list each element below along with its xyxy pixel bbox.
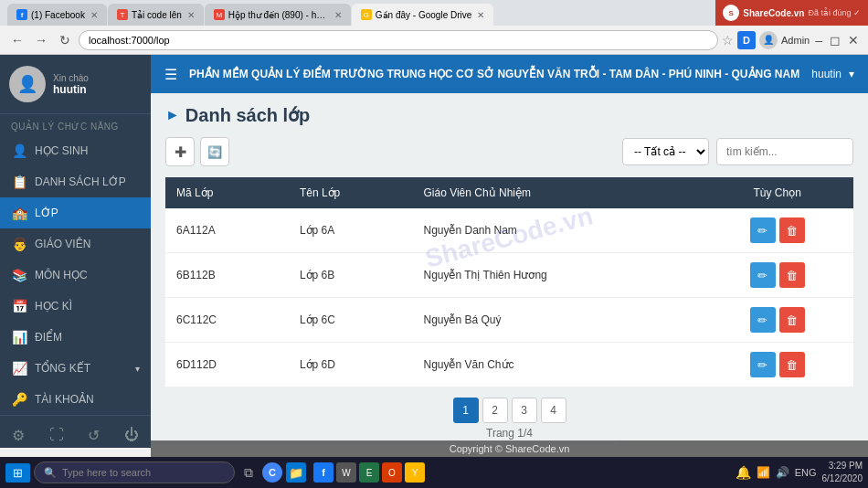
tab-close-icon[interactable]: ✕ bbox=[90, 10, 98, 20]
sidebar-item-lop[interactable]: 🏫 LỚP bbox=[0, 197, 151, 228]
cell-actions: ✏ 🗑 bbox=[701, 253, 853, 298]
top-header: ☰ PHẦN MỀM QUẢN LÝ ĐIỂM TRƯỜNG TRUNG HỌC… bbox=[151, 55, 868, 93]
cell-malop: 6A112A bbox=[165, 208, 289, 253]
back-button[interactable]: ← bbox=[7, 30, 27, 50]
tab-facebook[interactable]: f (1) Facebook ✕ bbox=[7, 4, 107, 26]
forward-button[interactable]: → bbox=[31, 30, 51, 50]
taskbar-clock: 3:29 PM 6/12/2020 bbox=[822, 460, 863, 485]
cell-actions: ✏ 🗑 bbox=[701, 343, 853, 387]
tab-close-icon[interactable]: ✕ bbox=[187, 10, 195, 20]
sidebar-item-giaovien[interactable]: 👨 GIÁO VIÊN bbox=[0, 228, 151, 260]
student-icon: 👤 bbox=[11, 143, 27, 158]
taskbar-search-box[interactable]: 🔍 Type here to search bbox=[34, 461, 235, 483]
edit-button[interactable]: ✏ bbox=[750, 262, 776, 288]
power-icon[interactable]: ⏻ bbox=[117, 423, 146, 448]
class-table: Mã Lớp Tên Lớp Giáo Viên Chủ Nhiệm Tùy C… bbox=[165, 177, 853, 387]
taskbar-app-2[interactable]: W bbox=[336, 462, 356, 483]
sidebar-item-taikhoan[interactable]: 🔑 TÀI KHOẢN bbox=[0, 384, 151, 415]
username-text: huutin bbox=[53, 83, 89, 96]
header-user-area: huutin ▾ bbox=[811, 68, 854, 80]
settings-icon[interactable]: ⚙ bbox=[5, 423, 32, 448]
sidebar-item-label: GIÁO VIÊN bbox=[35, 238, 90, 250]
taskbar-notification-icon[interactable]: 🔔 bbox=[736, 465, 751, 480]
taskbar-volume-icon: 🔊 bbox=[776, 466, 789, 479]
sidebar-item-diem[interactable]: 📊 ĐIỂM bbox=[0, 322, 151, 353]
tab-close-icon[interactable]: ✕ bbox=[477, 10, 484, 20]
page-button[interactable]: 2 bbox=[482, 398, 508, 423]
header-dropdown-icon[interactable]: ▾ bbox=[849, 68, 854, 80]
sharecode-label: ShareCode.vn bbox=[743, 8, 804, 18]
sidebar-item-label: TỔNG KẾT bbox=[35, 362, 90, 375]
sidebar-item-monhoc[interactable]: 📚 MÔN HỌC bbox=[0, 260, 151, 291]
tab-favicon: T bbox=[117, 9, 128, 20]
start-button[interactable]: ⊞ bbox=[5, 463, 30, 483]
edit-button[interactable]: ✏ bbox=[750, 352, 776, 377]
delete-button[interactable]: 🗑 bbox=[779, 217, 805, 243]
sidebar-item-label: TÀI KHOẢN bbox=[35, 393, 94, 406]
close-icon[interactable]: ✕ bbox=[846, 31, 861, 49]
toolbar-row: ✚ 🔄 -- Tất cả -- bbox=[165, 137, 853, 166]
taskbar: ⊞ 🔍 Type here to search ⧉ C 📁 f W E O Y … bbox=[0, 457, 868, 488]
taskbar-chrome-icon[interactable]: C bbox=[262, 462, 282, 483]
sidebar-item-tongket[interactable]: 📈 TỔNG KẾT ▾ bbox=[0, 353, 151, 384]
page-button[interactable]: 1 bbox=[453, 398, 479, 423]
fullscreen-icon[interactable]: ⛶ bbox=[42, 423, 71, 448]
sidebar-user-section: 👤 Xin chào huutin bbox=[0, 55, 151, 114]
add-button[interactable]: ✚ bbox=[165, 137, 195, 166]
windows-icon: ⊞ bbox=[13, 466, 23, 480]
cell-malop: 6D112D bbox=[165, 343, 289, 387]
d-icon: D bbox=[737, 31, 756, 49]
tab-favicon: f bbox=[16, 9, 27, 20]
minimize-icon[interactable]: – bbox=[813, 31, 824, 49]
search-input[interactable] bbox=[716, 138, 853, 165]
delete-button[interactable]: 🗑 bbox=[779, 352, 805, 377]
greeting-text: Xin chào bbox=[53, 73, 89, 83]
sidebar-item-hocki[interactable]: 📅 HỌC KÌ bbox=[0, 291, 151, 322]
tab-label: Gần đây - Google Drive bbox=[376, 10, 472, 20]
maximize-icon[interactable]: ◻ bbox=[828, 31, 842, 49]
tab-label: Hộp thư đến (890) - huutin1... bbox=[228, 10, 329, 20]
edit-button[interactable]: ✏ bbox=[750, 307, 776, 333]
hamburger-icon[interactable]: ☰ bbox=[164, 66, 177, 83]
delete-button[interactable]: 🗑 bbox=[779, 307, 805, 333]
sidebar-item-label: LỚP bbox=[35, 207, 58, 219]
col-header-tenlop: Tên Lớp bbox=[289, 177, 413, 208]
header-username: huutin bbox=[811, 68, 842, 80]
search-icon: 🔍 bbox=[44, 467, 57, 479]
semester-icon: 📅 bbox=[11, 299, 27, 313]
taskbar-app-5[interactable]: Y bbox=[405, 462, 425, 483]
tab-close-icon[interactable]: ✕ bbox=[334, 10, 342, 20]
refresh-icon[interactable]: ↺ bbox=[80, 423, 107, 448]
address-bar[interactable] bbox=[79, 30, 718, 50]
taskbar-apps: f W E O Y bbox=[313, 462, 425, 483]
list-icon: 📋 bbox=[11, 175, 27, 189]
filter-dropdown[interactable]: -- Tất cả -- bbox=[622, 138, 709, 165]
main-content-area: ☰ PHẦN MỀM QUẢN LÝ ĐIỂM TRƯỜNG TRUNG HỌC… bbox=[151, 55, 868, 446]
sharecode-logo-icon: S bbox=[723, 5, 739, 21]
col-header-malop: Mã Lớp bbox=[165, 177, 289, 208]
expand-icon: ▾ bbox=[135, 364, 140, 374]
sharecode-brand: S ShareCode.vn Đã tải đúng ✓ bbox=[715, 0, 868, 26]
sidebar-item-hocsinh[interactable]: 👤 HỌC SINH bbox=[0, 135, 151, 166]
profile-circle: 👤 bbox=[759, 31, 778, 49]
tab-taicode[interactable]: T Tải code lên ✕ bbox=[108, 4, 204, 26]
taskbar-wifi-icon: 📶 bbox=[757, 466, 770, 479]
toolbar-left: ✚ 🔄 bbox=[165, 137, 229, 166]
taskbar-explorer-icon[interactable]: 📁 bbox=[286, 462, 306, 483]
taskbar-app-4[interactable]: O bbox=[382, 462, 402, 483]
taskbar-app-1[interactable]: f bbox=[313, 462, 333, 483]
tab-gdrive[interactable]: G Gần đây - Google Drive ✕ bbox=[352, 4, 494, 26]
cell-gvcn: Nguyễn Bá Quý bbox=[412, 298, 701, 343]
page-button[interactable]: 3 bbox=[512, 398, 537, 423]
refresh-button[interactable]: ↻ bbox=[55, 30, 75, 50]
taskbar-app-3[interactable]: E bbox=[359, 462, 379, 483]
edit-button[interactable]: ✏ bbox=[750, 217, 776, 243]
refresh-table-button[interactable]: 🔄 bbox=[200, 137, 229, 166]
page-button[interactable]: 4 bbox=[541, 398, 566, 423]
delete-button[interactable]: 🗑 bbox=[779, 262, 805, 288]
tab-gmail[interactable]: M Hộp thư đến (890) - huutin1... ✕ bbox=[205, 4, 351, 26]
page-info: Trang 1/4 bbox=[165, 427, 853, 440]
sidebar-item-danhsachlop[interactable]: 📋 DANH SÁCH LỚP bbox=[0, 166, 151, 197]
table-header-row: Mã Lớp Tên Lớp Giáo Viên Chủ Nhiệm Tùy C… bbox=[165, 177, 853, 208]
task-view-icon[interactable]: ⧉ bbox=[238, 462, 259, 483]
